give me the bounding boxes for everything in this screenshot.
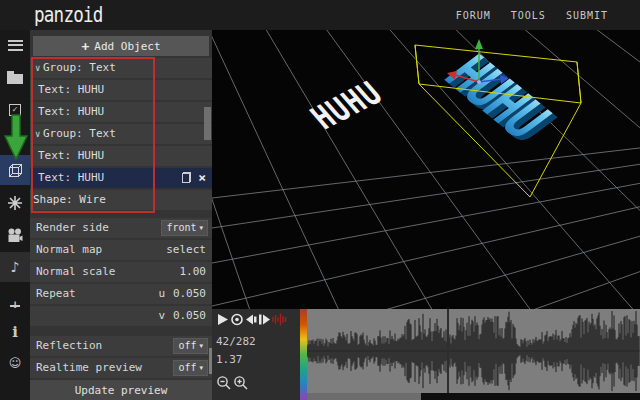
audio-wave-indicator-icon[interactable]	[271, 312, 288, 327]
nav-forum[interactable]: FORUM	[456, 10, 491, 21]
gizmo-center	[477, 80, 481, 84]
tree-text-huhu-3[interactable]: Text: HUHU	[30, 146, 212, 166]
tree-text-huhu-2[interactable]: Text: HUHU	[30, 102, 212, 122]
spectrum-strip	[300, 309, 307, 400]
info-icon: i	[12, 323, 18, 341]
text-object-selected[interactable]: HUHU HUHU	[431, 44, 568, 151]
update-preview-button[interactable]: Update preview	[30, 380, 212, 400]
movie-camera-icon	[7, 228, 23, 243]
timeline-panel: 42/282 1.37	[212, 309, 640, 400]
audio-waveform[interactable]	[307, 309, 640, 393]
preview-viewport[interactable]: HUHU HUHU HUHU	[212, 30, 640, 309]
tree-text-huhu-4-selected[interactable]: Text: HUHU ×	[30, 168, 212, 188]
dropdown-arrow-icon: ▾	[199, 361, 203, 375]
record-button[interactable]	[230, 312, 244, 327]
property-normal-map: Normal map select	[30, 240, 212, 260]
svg-text:HUHU: HUHU	[431, 44, 563, 147]
download-button[interactable]: ↓	[0, 285, 30, 315]
dropdown-arrow-icon: ▾	[199, 221, 203, 235]
video-button[interactable]	[0, 220, 30, 250]
chevron-down-icon: ∨	[30, 124, 43, 144]
files-button[interactable]	[0, 62, 30, 92]
add-object-button[interactable]: + Add Object	[33, 36, 209, 56]
chevron-down-icon: ∨	[30, 58, 43, 78]
download-icon: ↓	[9, 293, 21, 307]
info-button[interactable]: i	[0, 317, 30, 347]
audio-button[interactable]: ♪	[0, 252, 30, 282]
text-object-secondary[interactable]: HUHU	[303, 74, 391, 136]
waveform-scrollbar-track[interactable]	[421, 393, 640, 400]
repeat-u-value[interactable]: 0.050	[173, 284, 206, 304]
zoom-out-button[interactable]	[216, 375, 232, 391]
property-normal-scale: Normal scale 1.00	[30, 262, 212, 282]
tree-group-text-2[interactable]: ∨Group: Text	[30, 124, 212, 144]
property-repeat-v: v 0.050	[30, 306, 212, 326]
zoom-in-button[interactable]	[233, 375, 249, 391]
property-render-side: Render side front▾	[30, 218, 212, 238]
play-button[interactable]	[216, 312, 230, 327]
step-forward-button[interactable]	[257, 312, 271, 327]
cube-icon	[7, 162, 24, 179]
tree-shape-wire[interactable]: Shape: Wire	[30, 190, 212, 210]
annotation-green-arrow	[4, 114, 28, 160]
property-realtime-preview: Realtime preview off▾	[30, 358, 212, 378]
object-panel: + Add Object ∨Group: Text Text: HUHU Tex…	[30, 30, 212, 400]
app-logo: panzoid	[34, 2, 103, 27]
duplicate-icon[interactable]	[182, 172, 191, 183]
effects-button[interactable]	[0, 188, 30, 218]
time-value: 1.37	[216, 353, 243, 366]
nav-tools[interactable]: TOOLS	[511, 10, 546, 21]
reflection-dropdown[interactable]: off▾	[173, 338, 208, 354]
tree-scrollbar-thumb[interactable]	[204, 107, 211, 140]
repeat-v-value[interactable]: 0.050	[173, 306, 206, 326]
realtime-preview-dropdown[interactable]: off▾	[173, 360, 208, 376]
dropdown-arrow-icon: ▾	[199, 339, 203, 353]
delete-icon[interactable]: ×	[198, 171, 206, 184]
icon-rail: ✓ ♪ ↓ i ☺	[0, 30, 30, 400]
tree-text-huhu-1[interactable]: Text: HUHU	[30, 80, 212, 100]
starburst-icon	[7, 195, 23, 211]
smiley-icon: ☺	[9, 356, 22, 370]
hamburger-icon	[8, 40, 23, 51]
top-bar: panzoid FORUM TOOLS SUBMIT	[0, 0, 640, 30]
about-button[interactable]: ☺	[0, 348, 30, 378]
menu-button[interactable]	[0, 30, 30, 60]
nav-submit[interactable]: SUBMIT	[566, 10, 608, 21]
frame-counter: 42/282	[216, 335, 256, 348]
mute-button[interactable]	[244, 312, 258, 327]
plus-icon: +	[81, 39, 89, 54]
tree-group-text-1[interactable]: ∨Group: Text	[30, 58, 212, 78]
normal-map-select-link[interactable]: select	[166, 240, 206, 260]
render-side-dropdown[interactable]: front▾	[161, 220, 208, 236]
property-reflection: Reflection off▾	[30, 336, 212, 356]
top-nav: FORUM TOOLS SUBMIT	[456, 0, 608, 30]
panel-scrollbar-thumb[interactable]	[209, 348, 212, 374]
music-note-icon: ♪	[11, 259, 20, 275]
waveform-scrollbar-thumb[interactable]	[307, 393, 421, 400]
folder-icon	[7, 74, 23, 84]
normal-scale-value[interactable]: 1.00	[180, 262, 207, 282]
property-repeat-u: Repeat u 0.050	[30, 284, 212, 304]
